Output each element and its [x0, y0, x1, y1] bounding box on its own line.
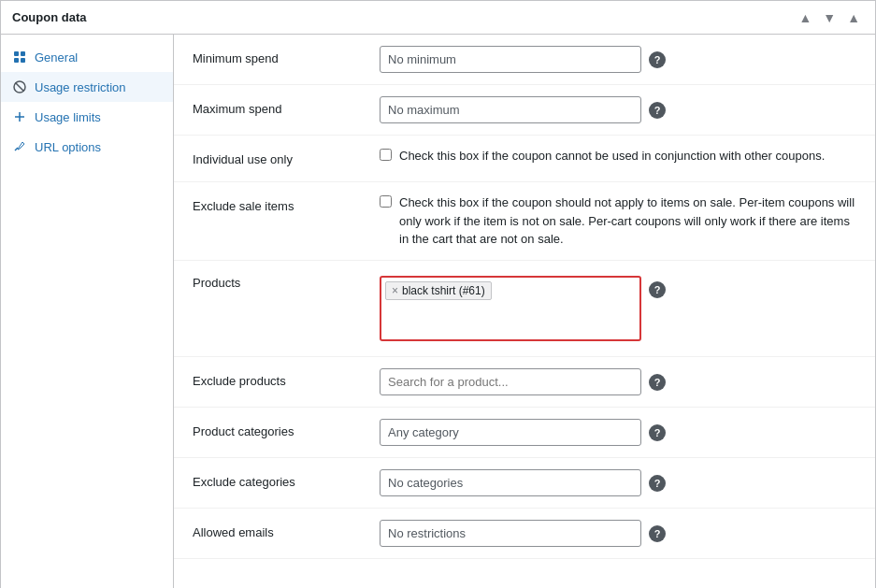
sidebar-item-usage-limits-label: Usage limits — [35, 110, 101, 124]
sidebar: General Usage restriction — [1, 35, 174, 588]
products-field-row: × black tshirt (#61) ? — [380, 276, 856, 341]
products-input-wrapper[interactable]: × black tshirt (#61) — [380, 276, 641, 341]
block-icon — [12, 79, 27, 94]
product-categories-row: Product categories ? — [174, 407, 875, 457]
allowed-emails-label: Allowed emails — [174, 508, 380, 558]
exclude-categories-help[interactable]: ? — [649, 475, 666, 492]
svg-rect-3 — [21, 58, 25, 63]
maximum-spend-help[interactable]: ? — [649, 102, 666, 119]
coupon-data-window: Coupon data ▲ ▼ ▲ General — [0, 0, 876, 588]
allowed-emails-help[interactable]: ? — [649, 525, 666, 542]
svg-rect-1 — [21, 51, 25, 56]
maximum-spend-row: Maximum spend ? — [174, 85, 875, 136]
exclude-products-row: Exclude products ? — [174, 356, 875, 407]
products-row: Products × black tshirt (#61) ? — [174, 260, 875, 356]
maximum-spend-input[interactable] — [380, 96, 641, 123]
exclude-sale-cell: Check this box if the coupon should not … — [380, 182, 875, 261]
sidebar-item-usage-restriction[interactable]: Usage restriction — [1, 72, 173, 102]
maximum-spend-label: Maximum spend — [174, 85, 380, 136]
product-categories-field-row: ? — [380, 419, 856, 446]
exclude-products-label: Exclude products — [174, 356, 380, 407]
products-help[interactable]: ? — [649, 281, 666, 298]
individual-use-row: Individual use only Check this box if th… — [174, 136, 875, 182]
minimum-spend-input[interactable] — [380, 46, 641, 73]
fullscreen-button[interactable]: ▲ — [843, 8, 864, 27]
minimum-spend-field-row: ? — [380, 46, 856, 73]
product-tag-black-tshirt: × black tshirt (#61) — [385, 281, 492, 300]
exclude-categories-row: Exclude categories ? — [174, 457, 875, 508]
allowed-emails-row: Allowed emails ? — [174, 508, 875, 558]
sidebar-item-general[interactable]: General — [1, 42, 173, 72]
exclude-products-cell: ? — [380, 356, 875, 407]
form-table: Minimum spend ? Maximum spend — [174, 35, 875, 559]
sidebar-item-usage-restriction-label: Usage restriction — [35, 80, 126, 94]
products-label: Products — [174, 260, 380, 356]
exclude-products-field-row: ? — [380, 368, 856, 395]
main-content: Minimum spend ? Maximum spend — [174, 35, 875, 588]
product-tag-text: black tshirt (#61) — [402, 284, 485, 297]
exclude-sale-label: Exclude sale items — [174, 182, 380, 261]
expand-button[interactable]: ▼ — [819, 8, 840, 27]
product-categories-help[interactable]: ? — [649, 424, 666, 441]
individual-use-cell: Check this box if the coupon cannot be u… — [380, 136, 875, 182]
exclude-sale-description: Check this box if the coupon should not … — [399, 194, 856, 249]
exclude-sale-row: Exclude sale items Check this box if the… — [174, 182, 875, 261]
minimum-spend-cell: ? — [380, 35, 875, 85]
sidebar-item-url-options[interactable]: URL options — [1, 132, 173, 162]
svg-line-5 — [16, 83, 24, 92]
exclude-sale-checkbox[interactable] — [380, 195, 392, 208]
titlebar-controls: ▲ ▼ ▲ — [795, 8, 864, 27]
product-categories-label: Product categories — [174, 407, 380, 457]
plus-icon — [12, 109, 27, 124]
content-area: General Usage restriction — [1, 35, 875, 588]
wrench-icon — [12, 139, 27, 154]
individual-use-description: Check this box if the coupon cannot be u… — [399, 147, 825, 165]
minimum-spend-row: Minimum spend ? — [174, 35, 875, 85]
minimum-spend-label: Minimum spend — [174, 35, 380, 85]
exclude-categories-cell: ? — [380, 457, 875, 508]
maximum-spend-field-row: ? — [380, 96, 856, 123]
products-cell: × black tshirt (#61) ? — [380, 260, 875, 356]
minimum-spend-help[interactable]: ? — [649, 51, 666, 68]
individual-use-checkbox-row: Check this box if the coupon cannot be u… — [380, 147, 856, 165]
svg-rect-0 — [14, 51, 19, 56]
allowed-emails-input[interactable] — [380, 520, 641, 547]
allowed-emails-field-row: ? — [380, 520, 856, 547]
product-categories-input[interactable] — [380, 419, 641, 446]
individual-use-checkbox[interactable] — [380, 149, 392, 161]
exclude-products-input[interactable] — [380, 368, 641, 395]
exclude-products-help[interactable]: ? — [649, 374, 666, 391]
exclude-categories-label: Exclude categories — [174, 457, 380, 508]
product-tag-remove[interactable]: × — [392, 284, 398, 297]
window-title: Coupon data — [12, 10, 86, 24]
allowed-emails-cell: ? — [380, 508, 875, 558]
sidebar-item-url-options-label: URL options — [35, 140, 101, 154]
collapse-button[interactable]: ▲ — [795, 8, 815, 27]
maximum-spend-cell: ? — [380, 85, 875, 136]
individual-use-label: Individual use only — [174, 136, 380, 182]
exclude-categories-input[interactable] — [380, 469, 641, 496]
svg-rect-2 — [14, 58, 19, 63]
titlebar: Coupon data ▲ ▼ ▲ — [1, 1, 875, 35]
sidebar-item-usage-limits[interactable]: Usage limits — [1, 102, 173, 132]
sidebar-item-general-label: General — [35, 50, 78, 65]
product-categories-cell: ? — [380, 407, 875, 457]
exclude-sale-checkbox-row: Check this box if the coupon should not … — [380, 194, 856, 249]
grid-icon — [12, 50, 27, 65]
exclude-categories-field-row: ? — [380, 469, 856, 496]
